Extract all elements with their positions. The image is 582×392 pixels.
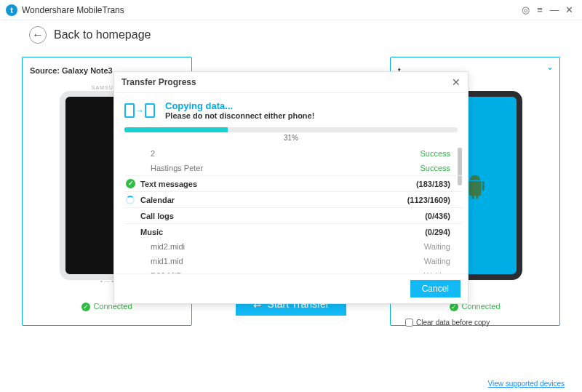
row-name: mid2.midi — [151, 242, 185, 251]
menu-icon[interactable]: ≡ — [533, 4, 547, 15]
row-value: (183/183) — [416, 180, 450, 188]
row-value: Success — [420, 149, 450, 158]
item-row: mid2.midiWaiting — [124, 239, 462, 254]
row-name: Hastings Peter — [151, 164, 203, 172]
row-value: Waiting — [424, 242, 450, 251]
view-supported-devices-link[interactable]: View supported devices — [488, 380, 565, 388]
check-icon: ✓ — [126, 179, 135, 188]
modal-footer: Cancel — [114, 273, 468, 303]
row-name: mid1.mid — [151, 257, 183, 265]
row-name: Call logs — [140, 212, 174, 220]
row-value: (0/294) — [425, 228, 450, 236]
row-name: Calendar — [140, 196, 175, 204]
row-value: Success — [420, 164, 450, 172]
progress-bar — [124, 127, 458, 132]
titlebar: t Wondershare MobileTrans ◎ ≡ — ✕ — [0, 0, 582, 20]
minimize-icon[interactable]: — — [547, 4, 562, 15]
back-label[interactable]: Back to homepage — [54, 28, 151, 41]
row-name: 2 — [151, 149, 155, 158]
row-value: (0/436) — [425, 212, 450, 220]
source-label: Source: Galaxy Note3 — [30, 66, 113, 75]
item-row: D20.MIDWaiting — [124, 268, 462, 273]
category-row: Calendar(1123/1609) — [124, 191, 462, 207]
back-arrow-icon[interactable]: ← — [29, 26, 47, 44]
spinner-icon — [126, 196, 135, 204]
row-name: D20.MID — [151, 271, 182, 273]
status-line2: Please do not disconnect either phone! — [165, 111, 314, 120]
category-row: Music(0/294) — [124, 223, 462, 239]
close-icon[interactable]: ✕ — [562, 4, 576, 15]
transfer-list: 2SuccessHastings PeterSuccess✓Text messa… — [124, 146, 462, 273]
clear-before-copy-checkbox[interactable] — [405, 319, 413, 327]
progress-fill — [124, 127, 228, 132]
clear-before-copy-row: Clear data before copy — [398, 319, 552, 327]
status-line1: Copying data... — [165, 100, 314, 111]
back-bar: ← Back to homepage — [0, 20, 582, 49]
row-name: Music — [140, 228, 163, 236]
app-logo: t — [6, 4, 17, 16]
transfer-progress-modal: Transfer Progress ✕ → Copying data... Pl… — [113, 71, 469, 304]
row-value: Waiting — [424, 271, 450, 273]
progress-area: 31% — [124, 127, 458, 142]
progress-percent: 31% — [124, 134, 458, 142]
row-value: (1123/1609) — [407, 196, 450, 204]
clear-before-copy-label: Clear data before copy — [416, 319, 490, 327]
cancel-button[interactable]: Cancel — [410, 280, 461, 297]
check-icon: ✓ — [81, 303, 90, 311]
modal-info: → Copying data... Please do not disconne… — [114, 93, 468, 124]
modal-close-icon[interactable]: ✕ — [452, 76, 461, 88]
modal-header: Transfer Progress ✕ — [114, 72, 468, 93]
item-row: Hastings PeterSuccess — [124, 161, 462, 175]
app-title: Wondershare MobileTrans — [22, 5, 124, 15]
item-row: 2Success — [124, 146, 462, 161]
feedback-icon[interactable]: ◎ — [518, 4, 533, 15]
phone-transfer-icon: → — [124, 103, 155, 118]
row-name: Text messages — [140, 180, 197, 188]
destination-dropdown-icon[interactable]: ⌄ — [546, 62, 554, 72]
modal-title: Transfer Progress — [121, 77, 196, 87]
item-row: mid1.midWaiting — [124, 254, 462, 268]
category-row: ✓Text messages(183/183) — [124, 175, 462, 191]
category-row: Call logs(0/436) — [124, 207, 462, 223]
row-value: Waiting — [424, 257, 450, 265]
